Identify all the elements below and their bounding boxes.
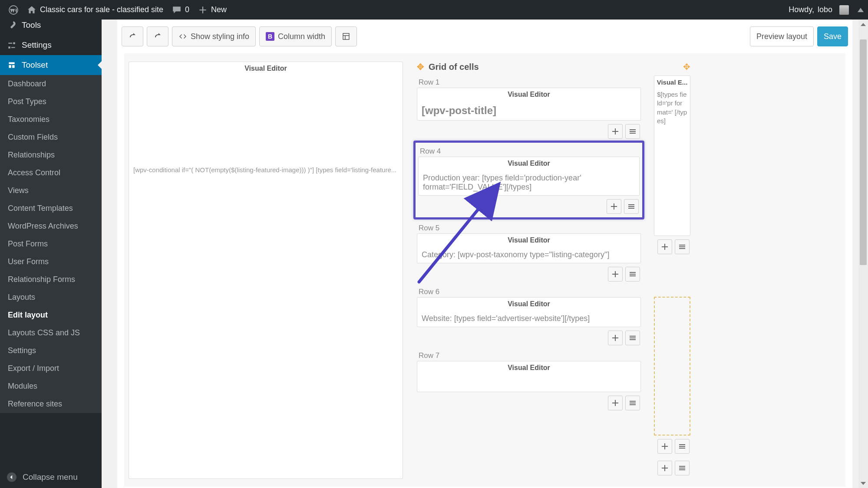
- empty-drop-zone[interactable]: [654, 297, 690, 436]
- layout-canvas: Visual Editor [wpv-conditional if="( NOT…: [124, 53, 845, 487]
- menu-icon: [628, 270, 637, 278]
- comments-count: 0: [185, 5, 189, 14]
- cell-content: [417, 374, 640, 381]
- grid-of-cells-column: ✥ Grid of cells Row 1 Visual Editor [wpv…: [417, 62, 641, 479]
- row-actions: [417, 392, 641, 414]
- menu-icon: [628, 399, 637, 407]
- sidebar-item-toolset[interactable]: Toolset: [0, 55, 102, 75]
- wordpress-logo[interactable]: [4, 5, 23, 15]
- add-cell-button[interactable]: [657, 239, 672, 254]
- row-menu-button[interactable]: [624, 199, 639, 214]
- row-menu-button[interactable]: [625, 124, 640, 139]
- add-cell-button[interactable]: [608, 396, 623, 410]
- new-content-link[interactable]: New: [194, 5, 231, 15]
- row-menu-button[interactable]: [675, 439, 690, 454]
- scroll-down-button[interactable]: [858, 478, 868, 488]
- vertical-scrollbar[interactable]: [858, 20, 868, 488]
- submenu-edit-layout[interactable]: Edit layout: [0, 306, 102, 324]
- submenu-export-import[interactable]: Export / Import: [0, 360, 102, 377]
- visual-editor-cell-right[interactable]: Visual E... $[types field='pr format=' […: [654, 75, 690, 236]
- save-label: Save: [824, 32, 842, 41]
- visual-editor-cell-row4[interactable]: Visual Editor Production year: [types fi…: [418, 157, 640, 196]
- structure-button[interactable]: [335, 26, 357, 46]
- add-cell-button[interactable]: [608, 267, 623, 282]
- row-actions: [654, 236, 690, 258]
- move-icon[interactable]: ✥: [683, 62, 690, 72]
- row-menu-button[interactable]: [675, 461, 690, 475]
- site-link[interactable]: Classic cars for sale - classified site: [23, 5, 168, 15]
- menu-icon: [678, 464, 686, 472]
- submenu-relationship-forms[interactable]: Relationship Forms: [0, 271, 102, 288]
- plus-icon: [611, 127, 620, 136]
- visual-editor-cell-left[interactable]: Visual Editor [wpv-conditional if="( NOT…: [129, 62, 403, 479]
- user-account[interactable]: Howdy, lobo: [784, 5, 853, 15]
- save-button[interactable]: Save: [817, 26, 848, 46]
- submenu-taxonomies[interactable]: Taxonomies: [0, 111, 102, 128]
- scroll-up-button[interactable]: [858, 20, 868, 29]
- plus-icon: [611, 334, 620, 342]
- submenu-content-templates[interactable]: Content Templates: [0, 200, 102, 217]
- sidebar-label: Toolset: [22, 60, 48, 70]
- move-icon[interactable]: ✥: [417, 62, 424, 72]
- visual-editor-cell-row1[interactable]: Visual Editor [wpv-post-title]: [417, 88, 641, 121]
- cell-content: Website: [types field='advertiser-websit…: [417, 311, 640, 327]
- row-menu-button[interactable]: [625, 267, 640, 282]
- row-label: Row 4: [418, 144, 640, 157]
- show-styling-info-button[interactable]: Show styling info: [172, 26, 256, 46]
- add-cell-button[interactable]: [657, 461, 672, 475]
- submenu-user-forms[interactable]: User Forms: [0, 253, 102, 271]
- cell-header: Visual Editor: [129, 62, 403, 75]
- visual-editor-cell-row7[interactable]: Visual Editor: [417, 361, 641, 392]
- cell-header: Visual Editor: [417, 361, 640, 374]
- preview-label: Preview layout: [756, 32, 807, 41]
- row-actions: [654, 436, 690, 457]
- undo-button[interactable]: [122, 26, 143, 46]
- visual-editor-cell-row5[interactable]: Visual Editor Category: [wpv-post-taxono…: [417, 233, 641, 263]
- submenu-layouts[interactable]: Layouts: [0, 288, 102, 306]
- cell-header: Visual Editor: [417, 298, 640, 311]
- row-actions: [417, 263, 641, 285]
- submenu-settings[interactable]: Settings: [0, 342, 102, 360]
- submenu-access-control[interactable]: Access Control: [0, 164, 102, 182]
- add-cell-button[interactable]: [657, 439, 672, 454]
- plus-icon: [198, 5, 208, 15]
- visual-editor-cell-row6[interactable]: Visual Editor Website: [types field='adv…: [417, 297, 641, 327]
- preview-layout-button[interactable]: Preview layout: [750, 26, 814, 46]
- submenu-wordpress-archives[interactable]: WordPress Archives: [0, 217, 102, 235]
- row-actions: [417, 121, 641, 142]
- submenu-post-types[interactable]: Post Types: [0, 93, 102, 111]
- add-cell-button[interactable]: [607, 199, 621, 214]
- redo-button[interactable]: [147, 26, 168, 46]
- add-cell-button[interactable]: [608, 331, 623, 345]
- home-icon: [27, 5, 36, 15]
- grid-header[interactable]: ✥ Grid of cells: [417, 62, 641, 72]
- plus-icon: [610, 202, 618, 211]
- row-menu-button[interactable]: [675, 239, 690, 254]
- collapse-menu-button[interactable]: Collapse menu: [0, 466, 102, 488]
- submenu-dashboard[interactable]: Dashboard: [0, 75, 102, 93]
- sidebar-item-tools[interactable]: Tools: [0, 20, 102, 35]
- submenu-relationships[interactable]: Relationships: [0, 146, 102, 164]
- admin-bar: Classic cars for sale - classified site …: [0, 0, 868, 20]
- column-width-button[interactable]: B Column width: [259, 26, 332, 46]
- row-label: Row 1: [417, 75, 641, 88]
- plus-icon: [611, 270, 620, 278]
- row-menu-button[interactable]: [625, 331, 640, 345]
- submenu-post-forms[interactable]: Post Forms: [0, 235, 102, 253]
- sidebar-label: Settings: [22, 40, 52, 50]
- submenu-modules[interactable]: Modules: [0, 377, 102, 395]
- row-menu-button[interactable]: [625, 396, 640, 410]
- submenu-layouts-css-js[interactable]: Layouts CSS and JS: [0, 324, 102, 342]
- layout-icon: [342, 32, 350, 41]
- plus-icon: [611, 399, 620, 407]
- submenu-reference-sites[interactable]: Reference sites: [0, 395, 102, 413]
- add-cell-button[interactable]: [608, 124, 623, 139]
- new-label: New: [211, 5, 227, 14]
- scrollbar-thumb[interactable]: [860, 39, 867, 265]
- wordpress-icon: [9, 5, 18, 15]
- submenu-views[interactable]: Views: [0, 182, 102, 200]
- submenu-custom-fields[interactable]: Custom Fields: [0, 128, 102, 146]
- svg-rect-1: [343, 33, 349, 39]
- comments-link[interactable]: 0: [168, 5, 194, 15]
- sidebar-item-settings[interactable]: Settings: [0, 35, 102, 55]
